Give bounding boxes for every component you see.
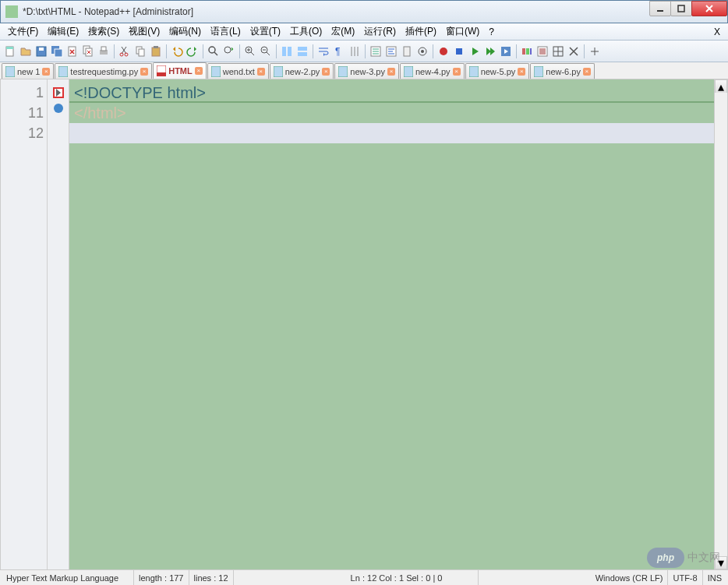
zoom-in-icon[interactable] [243, 44, 257, 58]
watermark: php 中文网 [647, 548, 720, 568]
tab-close-icon[interactable]: × [140, 68, 148, 76]
menu-edit[interactable]: 编辑(E) [43, 23, 83, 40]
svg-point-19 [209, 47, 215, 53]
scroll-up-icon[interactable]: ▴ [715, 79, 727, 93]
code-editor[interactable]: <!DOCTYPE html> </html> [69, 79, 714, 569]
menu-search[interactable]: 搜索(S) [83, 23, 124, 40]
menu-close-x[interactable]: X [709, 25, 725, 39]
close-all-icon[interactable] [81, 44, 95, 58]
tab-close-icon[interactable]: × [195, 67, 203, 75]
tab-new-3[interactable]: new-3.py× [334, 63, 399, 79]
watermark-text: 中文网 [687, 551, 720, 565]
tab-close-icon[interactable]: × [387, 68, 395, 76]
save-macro-icon[interactable] [499, 44, 513, 58]
line-number: 1 [1, 83, 44, 103]
extra-4-icon[interactable] [567, 44, 581, 58]
play-macro-icon[interactable] [468, 44, 482, 58]
tab-close-icon[interactable]: × [518, 68, 525, 76]
record-macro-icon[interactable] [436, 44, 451, 58]
menu-window[interactable]: 窗口(W) [441, 23, 484, 40]
doc-map-icon[interactable] [400, 44, 414, 58]
status-encoding[interactable]: UTF-8 [668, 570, 702, 585]
line-number: 11 [1, 103, 44, 123]
extra-2-icon[interactable] [535, 44, 550, 58]
tab-new-1[interactable]: new 1× [2, 63, 54, 79]
menu-view[interactable]: 视图(V) [124, 23, 164, 40]
close-button[interactable] [691, 1, 727, 16]
tab-testrequestimg[interactable]: testrequestimg.py× [55, 63, 152, 79]
tab-new-4[interactable]: new-4.py× [400, 63, 465, 79]
status-eol[interactable]: Windows (CR LF) [591, 570, 669, 585]
new-file-icon[interactable] [3, 44, 17, 58]
tab-close-icon[interactable]: × [42, 68, 50, 76]
status-insert-mode[interactable]: INS [703, 570, 726, 585]
menu-macro[interactable]: 宏(M) [327, 23, 359, 40]
svg-rect-12 [101, 47, 106, 51]
svg-rect-50 [534, 66, 543, 77]
tab-close-icon[interactable]: × [583, 68, 591, 76]
show-all-chars-icon[interactable]: ¶ [332, 44, 346, 58]
svg-rect-18 [154, 46, 158, 48]
copy-icon[interactable] [133, 44, 147, 58]
tab-close-icon[interactable]: × [453, 68, 461, 76]
svg-text:¶: ¶ [335, 46, 340, 57]
wordwrap-icon[interactable] [316, 44, 330, 58]
tab-close-icon[interactable]: × [322, 68, 330, 76]
cut-icon[interactable] [118, 44, 132, 58]
tab-label: new-2.py [285, 67, 320, 76]
code-line: <!DOCTYPE html> [69, 83, 714, 103]
svg-rect-46 [274, 66, 283, 77]
undo-icon[interactable] [170, 44, 184, 58]
stop-macro-icon[interactable] [452, 44, 466, 58]
menu-settings[interactable]: 设置(T) [246, 23, 285, 40]
monitor-icon[interactable] [415, 44, 429, 58]
vertical-scrollbar[interactable]: ▴ ▾ [714, 79, 727, 569]
redo-icon[interactable] [186, 44, 200, 58]
minimize-button[interactable] [649, 1, 671, 16]
extra-3-icon[interactable] [551, 44, 565, 58]
extra-1-icon[interactable] [520, 44, 534, 58]
menu-plugins[interactable]: 插件(P) [401, 23, 441, 40]
replace-icon[interactable] [222, 44, 236, 58]
fold-margin [48, 79, 69, 569]
sync-v-icon[interactable] [280, 44, 294, 58]
find-icon[interactable] [207, 44, 221, 58]
save-icon[interactable] [34, 44, 48, 58]
fold-bookmark-icon[interactable] [54, 104, 63, 113]
menu-file[interactable]: 文件(F) [3, 23, 43, 40]
menu-help[interactable]: ? [484, 25, 499, 39]
window-title: *D:\txt\HTML - Notepad++ [Administrator] [23, 6, 193, 17]
indent-guide-icon[interactable] [348, 44, 362, 58]
tab-html[interactable]: HTML× [153, 62, 207, 79]
tab-new-2[interactable]: new-2.py× [270, 63, 334, 79]
open-file-icon[interactable] [19, 44, 33, 58]
svg-point-32 [421, 50, 424, 53]
tab-new-5[interactable]: new-5.py× [465, 63, 530, 79]
paste-icon[interactable] [149, 44, 163, 58]
svg-rect-1 [678, 5, 684, 12]
fold-expand-icon[interactable] [53, 87, 64, 98]
close-file-icon[interactable] [65, 44, 80, 58]
tab-new-6[interactable]: new-6.py× [530, 63, 595, 79]
tab-bar: new 1× testrequestimg.py× HTML× wend.txt… [0, 62, 728, 79]
svg-rect-25 [298, 47, 307, 51]
save-all-icon[interactable] [50, 44, 64, 58]
menu-encoding[interactable]: 编码(N) [164, 23, 206, 40]
status-position: Ln : 12 Col : 1 Sel : 0 | 0 [346, 570, 479, 585]
svg-rect-34 [456, 48, 462, 55]
menu-language[interactable]: 语言(L) [206, 23, 246, 40]
print-icon[interactable] [97, 44, 111, 58]
menu-run[interactable]: 运行(R) [359, 23, 401, 40]
svg-rect-26 [298, 52, 307, 56]
tab-close-icon[interactable]: × [257, 68, 265, 76]
zoom-out-icon[interactable] [259, 44, 273, 58]
function-list-icon[interactable] [369, 44, 383, 58]
tab-wend[interactable]: wend.txt× [207, 63, 269, 79]
extra-5-icon[interactable] [588, 44, 602, 58]
play-multi-icon[interactable] [483, 44, 497, 58]
menu-tools[interactable]: 工具(O) [285, 23, 327, 40]
svg-point-20 [224, 47, 231, 53]
sync-h-icon[interactable] [295, 44, 309, 58]
maximize-button[interactable] [670, 1, 692, 16]
folder-tree-icon[interactable] [384, 44, 398, 58]
